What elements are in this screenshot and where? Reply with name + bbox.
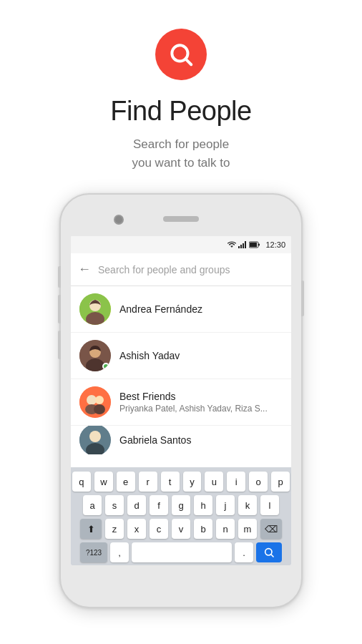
key-v[interactable]: v bbox=[172, 519, 190, 539]
svg-line-1 bbox=[186, 59, 191, 64]
svg-rect-9 bbox=[258, 244, 260, 246]
svg-rect-4 bbox=[240, 245, 242, 248]
phone-mockup: 12:30 ← Search for people and groups bbox=[59, 193, 303, 608]
key-l[interactable]: l bbox=[260, 495, 279, 515]
online-indicator-ashish bbox=[102, 363, 109, 370]
contact-list: Andrea Fernández bbox=[71, 286, 291, 454]
search-circle-icon bbox=[155, 29, 207, 80]
status-bar: 12:30 bbox=[71, 236, 291, 253]
key-h[interactable]: h bbox=[194, 495, 212, 515]
svg-point-22 bbox=[89, 431, 101, 442]
key-w[interactable]: w bbox=[94, 472, 113, 492]
svg-rect-5 bbox=[243, 243, 244, 248]
key-z[interactable]: z bbox=[105, 519, 124, 539]
keyboard-row-3: ⬆ z x c v b n m ⌫ bbox=[72, 519, 290, 539]
contact-name-andrea: Andrea Fernández bbox=[119, 303, 283, 315]
contact-name-gabriela: Gabriela Santos bbox=[119, 434, 283, 446]
status-time: 12:30 bbox=[265, 240, 285, 249]
contact-item-andrea[interactable]: Andrea Fernández bbox=[71, 286, 291, 333]
page-subtitle: Search for peopleyou want to talk to bbox=[132, 135, 230, 172]
num-key[interactable]: ?123 bbox=[80, 542, 107, 562]
key-k[interactable]: k bbox=[238, 495, 257, 515]
speaker bbox=[163, 216, 199, 222]
contact-info-andrea: Andrea Fernández bbox=[119, 303, 283, 315]
camera bbox=[114, 215, 124, 225]
key-f[interactable]: f bbox=[150, 495, 168, 515]
back-arrow-icon[interactable]: ← bbox=[78, 262, 91, 277]
contact-item-gabriela[interactable]: Gabriela Santos bbox=[71, 426, 291, 454]
vol-up-button bbox=[58, 295, 61, 323]
space-key[interactable] bbox=[132, 542, 232, 562]
keyboard-bottom-row: ?123 , . bbox=[72, 542, 290, 562]
key-u[interactable]: u bbox=[205, 472, 223, 492]
svg-marker-2 bbox=[230, 246, 233, 248]
keyboard-row-2: a s d f g h j k l bbox=[72, 495, 290, 515]
signal-icon bbox=[238, 241, 247, 248]
comma-key[interactable]: , bbox=[110, 542, 129, 562]
mute-button bbox=[58, 266, 61, 288]
search-bar[interactable]: ← Search for people and groups bbox=[71, 253, 291, 286]
contact-subtitle-bestfriends: Priyanka Patel, Ashish Yadav, Riza S... bbox=[119, 404, 283, 414]
contact-item-ashish[interactable]: Ashish Yadav bbox=[71, 333, 291, 379]
delete-key[interactable]: ⌫ bbox=[260, 519, 282, 539]
key-x[interactable]: x bbox=[127, 519, 146, 539]
vol-down-button bbox=[58, 331, 61, 359]
wifi-icon bbox=[228, 241, 236, 248]
key-o[interactable]: o bbox=[249, 472, 268, 492]
keyboard-row-1: q w e r t y u i o p bbox=[72, 472, 290, 492]
key-b[interactable]: b bbox=[194, 519, 212, 539]
svg-rect-8 bbox=[250, 243, 257, 247]
phone-outer-shell: 12:30 ← Search for people and groups bbox=[59, 193, 303, 608]
key-s[interactable]: s bbox=[105, 495, 124, 515]
key-r[interactable]: r bbox=[139, 472, 157, 492]
top-section: Find People Search for peopleyou want to… bbox=[110, 0, 251, 186]
shift-key[interactable]: ⬆ bbox=[80, 519, 102, 539]
avatar-face-andrea bbox=[79, 293, 111, 325]
contact-name-bestfriends: Best Friends bbox=[119, 391, 283, 402]
contact-info-bestfriends: Best Friends Priyanka Patel, Ashish Yada… bbox=[119, 391, 283, 414]
key-c[interactable]: c bbox=[150, 519, 168, 539]
svg-rect-3 bbox=[238, 246, 240, 248]
page-title: Find People bbox=[110, 96, 251, 127]
battery-icon bbox=[249, 241, 260, 248]
key-d[interactable]: d bbox=[127, 495, 146, 515]
svg-line-25 bbox=[271, 555, 273, 557]
phone-screen: 12:30 ← Search for people and groups bbox=[71, 236, 291, 565]
contact-name-ashish: Ashish Yadav bbox=[119, 350, 283, 361]
key-m[interactable]: m bbox=[238, 519, 257, 539]
svg-point-19 bbox=[95, 396, 104, 404]
keyboard[interactable]: q w e r t y u i o p a s d f g bbox=[71, 467, 291, 565]
key-j[interactable]: j bbox=[216, 495, 235, 515]
key-q[interactable]: q bbox=[72, 472, 91, 492]
contact-info-ashish: Ashish Yadav bbox=[119, 350, 283, 361]
key-a[interactable]: a bbox=[83, 495, 102, 515]
svg-point-20 bbox=[94, 404, 105, 414]
key-e[interactable]: e bbox=[117, 472, 135, 492]
key-g[interactable]: g bbox=[172, 495, 190, 515]
avatar-gabriela bbox=[79, 426, 111, 454]
key-p[interactable]: p bbox=[271, 472, 290, 492]
key-t[interactable]: t bbox=[161, 472, 180, 492]
key-n[interactable]: n bbox=[216, 519, 235, 539]
avatar-andrea bbox=[79, 293, 111, 325]
power-button bbox=[301, 280, 304, 316]
svg-point-17 bbox=[87, 395, 97, 405]
avatar-bestfriends bbox=[79, 386, 111, 418]
status-icons: 12:30 bbox=[228, 240, 285, 249]
contact-item-bestfriends[interactable]: Best Friends Priyanka Patel, Ashish Yada… bbox=[71, 379, 291, 426]
key-i[interactable]: i bbox=[227, 472, 245, 492]
key-y[interactable]: y bbox=[183, 472, 202, 492]
period-key[interactable]: . bbox=[235, 542, 253, 562]
svg-rect-6 bbox=[245, 241, 246, 248]
avatar-ashish bbox=[79, 340, 111, 371]
keyboard-search-button[interactable] bbox=[256, 542, 282, 562]
contact-info-gabriela: Gabriela Santos bbox=[119, 434, 283, 446]
search-input[interactable]: Search for people and groups bbox=[98, 264, 284, 275]
